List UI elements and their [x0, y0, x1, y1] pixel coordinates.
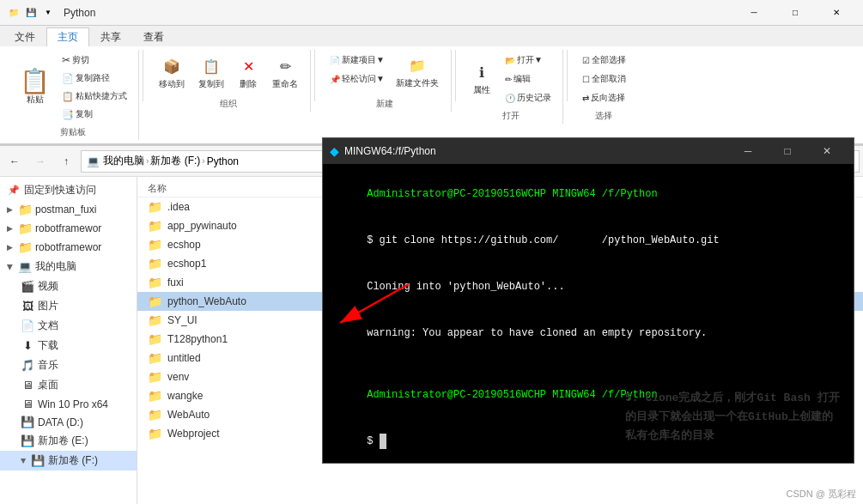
minimize-button[interactable]: ─ [734, 0, 774, 26]
sep-1: › [146, 156, 149, 166]
nav-item-drive-e[interactable]: 💾 新加卷 (E:) [0, 431, 137, 451]
tab-view[interactable]: 查看 [132, 27, 175, 46]
sep2 [314, 50, 315, 101]
ribbon: 文件 主页 共享 查看 📋 粘贴 ✂ 剪切 📄 复制路径 [0, 26, 863, 146]
open-button[interactable]: 📂 打开▼ [501, 52, 556, 69]
folder-wangke-icon: 📁 [148, 389, 162, 403]
tab-share[interactable]: 共享 [89, 27, 132, 46]
organize-buttons: 📦 移动到 📋 复制到 ✕ 删除 ✏ 重命名 [154, 52, 303, 94]
move-label: 移动到 [159, 78, 185, 90]
up-button[interactable]: ↑ [55, 150, 77, 173]
nav-item-data-d[interactable]: 💾 DATA (D:) [0, 413, 137, 431]
nav-item-drive-f[interactable]: ▶ 💾 新加卷 (F:) [0, 451, 137, 471]
history-button[interactable]: 🕐 历史记录 [501, 89, 556, 106]
video-icon: 🎬 [21, 280, 34, 293]
select-all-button[interactable]: ☑ 全部选择 [578, 52, 630, 69]
edit-button[interactable]: ✏ 编辑 [501, 70, 556, 88]
breadcrumb-pc[interactable]: 我的电脑 [103, 154, 144, 168]
breadcrumb-drive[interactable]: 新加卷 (F:) [150, 154, 200, 168]
term-line-5 [330, 356, 847, 372]
music-icon: 🎵 [21, 359, 34, 372]
nav-item-win10[interactable]: 🖥 Win 10 Pro x64 [0, 395, 137, 413]
nav-label-drive-e: 新加卷 (E:) [38, 434, 88, 448]
select-all-icon: ☑ [582, 56, 590, 65]
term-line-1: Administrator@PC-20190516WCHP MINGW64 /f… [330, 171, 847, 217]
nav-item-downloads[interactable]: ⬇ 下载 [0, 336, 137, 355]
copy-path-label: 复制路径 [76, 72, 110, 84]
nav-pin-label: 固定到快速访问 [24, 183, 96, 197]
move-to-button[interactable]: 📦 移动到 [154, 52, 190, 94]
desktop-icon: 🖥 [21, 379, 34, 392]
folder-icon: 📁 [7, 6, 21, 20]
invert-select-button[interactable]: ⇄ 反向选择 [578, 89, 629, 106]
nav-arrow-postman: ▶ [7, 205, 13, 214]
new-label: 新建 [376, 96, 393, 110]
easy-access-button[interactable]: 📌 轻松访问▼ [325, 70, 389, 88]
nav-label-robot2: robotframewor [35, 241, 101, 253]
folder-webauto-icon: 📁 [148, 295, 162, 308]
term-prompt-2: Administrator@PC-20190516WCHP MINGW64 /f… [367, 389, 657, 401]
rename-button[interactable]: ✏ 重命名 [267, 52, 303, 94]
breadcrumb-folder[interactable]: Python [207, 155, 239, 167]
tab-home[interactable]: 主页 [46, 27, 89, 46]
delete-label: 删除 [240, 78, 257, 90]
nav-item-docs[interactable]: 📄 文档 [0, 316, 137, 336]
terminal-maximize-button[interactable]: □ [768, 138, 807, 164]
tab-file[interactable]: 文件 [3, 27, 46, 46]
window-controls: ─ □ ✕ [734, 0, 856, 26]
data-d-icon: 💾 [21, 416, 34, 428]
copy-button[interactable]: 📑 复制 [58, 106, 131, 123]
forward-button[interactable]: → [29, 150, 52, 173]
maximize-button[interactable]: □ [775, 0, 815, 26]
file-name-ecshop1: ecshop1 [167, 258, 206, 270]
copy-path-button[interactable]: 📄 复制路径 [58, 70, 131, 87]
nav-label-music: 音乐 [38, 358, 58, 373]
nav-item-pictures[interactable]: 🖼 图片 [0, 296, 137, 316]
folder-app-icon: 📁 [148, 219, 162, 233]
file-name-venv: venv [167, 371, 189, 383]
edit-label: 编辑 [514, 73, 531, 85]
terminal-close-button[interactable]: ✕ [807, 138, 847, 164]
copy-to-button[interactable]: 📋 复制到 [193, 52, 229, 94]
paste-shortcut-button[interactable]: 📋 粘贴快捷方式 [58, 88, 131, 105]
nav-item-desktop[interactable]: 🖥 桌面 [0, 375, 137, 395]
back-button[interactable]: ← [3, 150, 26, 173]
cut-button[interactable]: ✂ 剪切 [58, 52, 131, 69]
folder-webproject-icon: 📁 [148, 427, 162, 440]
nav-item-video[interactable]: 🎬 视频 [0, 276, 137, 296]
select-label: 选择 [595, 108, 612, 122]
clipboard-label: 剪贴板 [60, 124, 86, 138]
nav-label-win10: Win 10 Pro x64 [38, 398, 108, 410]
pin-icon: 📌 [7, 185, 21, 196]
folder-t128-icon: 📁 [148, 332, 162, 346]
close-button[interactable]: ✕ [817, 0, 856, 26]
folder-ecshop1-icon: 📁 [148, 257, 162, 270]
dropdown-icon: ▼ [41, 6, 55, 20]
delete-button[interactable]: ✕ 删除 [233, 52, 264, 94]
nav-item-pc[interactable]: ▶ 💻 我的电脑 [0, 257, 137, 276]
nav-item-postman[interactable]: ▶ 📁 postman_fuxi [0, 200, 137, 219]
rename-icon: ✏ [275, 56, 295, 76]
open-buttons: ℹ 属性 📂 打开▼ ✏ 编辑 🕐 历史记录 [466, 52, 556, 106]
clipboard-buttons: 📋 粘贴 ✂ 剪切 📄 复制路径 📋 粘贴快捷方式 [14, 52, 131, 123]
pictures-icon: 🖼 [21, 300, 34, 313]
term-line-3: Cloning into 'python_WebAuto'... [330, 264, 847, 310]
nav-item-music[interactable]: 🎵 音乐 [0, 355, 137, 375]
nav-item-pin[interactable]: 📌 固定到快速访问 [0, 180, 137, 200]
new-item-button[interactable]: 📄 新建项目▼ [325, 52, 389, 69]
nav-label-data-d: DATA (D:) [38, 416, 83, 428]
copy-path-icon: 📄 [62, 73, 74, 84]
nav-item-robot1[interactable]: ▶ 📁 robotframewor [0, 219, 137, 238]
new-folder-button[interactable]: 📁 新建文件夹 [391, 52, 444, 93]
properties-button[interactable]: ℹ 属性 [466, 58, 497, 100]
terminal-minimize-button[interactable]: ─ [728, 138, 768, 164]
nav-label-desktop: 桌面 [38, 378, 58, 392]
nav-item-robot2[interactable]: ▶ 📁 robotframewor [0, 238, 137, 257]
copy-icon: 📑 [62, 109, 74, 120]
folder-idea-icon: 📁 [148, 200, 162, 214]
copy-to-label: 复制到 [198, 78, 224, 90]
paste-button[interactable]: 📋 粘贴 [14, 67, 56, 108]
term-cursor: $ [367, 435, 379, 447]
deselect-all-button[interactable]: ☐ 全部取消 [578, 70, 630, 88]
file-name-idea: .idea [167, 201, 190, 213]
